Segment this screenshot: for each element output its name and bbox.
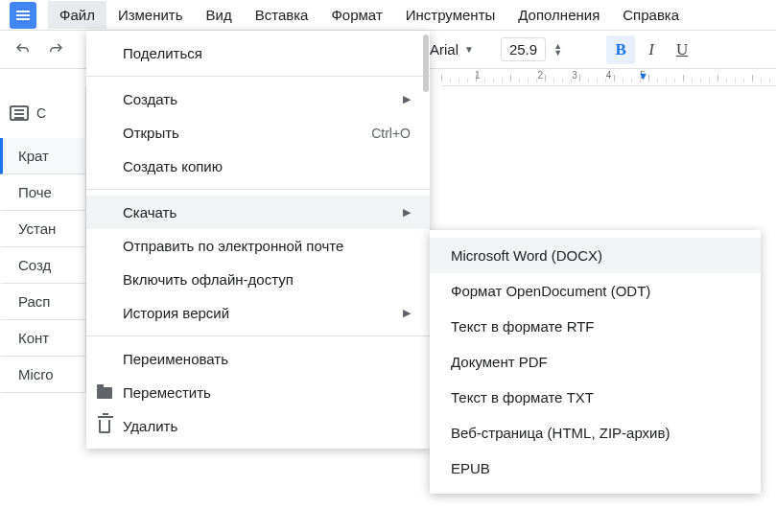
menu-move[interactable]: Переместить — [86, 376, 430, 409]
outline-icon — [10, 105, 29, 121]
download-pdf[interactable]: Документ PDF — [430, 344, 761, 380]
outline-panel: С Крат Поче Устан Созд Расп Конт Micro — [0, 86, 86, 393]
font-family-select[interactable]: Arial ▼ — [430, 41, 474, 58]
font-controls: Arial ▼ 25.9 ▲▼ B I U — [430, 35, 696, 64]
menu-share[interactable]: Поделиться — [86, 36, 430, 70]
outline-item[interactable]: Поче — [0, 174, 85, 211]
download-txt[interactable]: Текст в формате TXT — [430, 380, 761, 415]
undo-button[interactable] — [10, 36, 36, 63]
menu-create[interactable]: Создать ▶ — [86, 82, 430, 116]
menubar: Файл Изменить Вид Вставка Формат Инструм… — [48, 1, 691, 29]
menu-edit[interactable]: Изменить — [106, 1, 195, 29]
dropdown-caret-icon: ▼ — [464, 44, 474, 55]
menu-view[interactable]: Вид — [195, 1, 244, 29]
ruler[interactable]: 12345 ▼ — [441, 69, 776, 86]
outline-header-text: С — [36, 105, 46, 121]
menu-help[interactable]: Справка — [611, 1, 691, 29]
italic-button[interactable]: I — [637, 35, 666, 64]
shortcut-label: Ctrl+O — [371, 126, 411, 141]
menu-history[interactable]: История версий ▶ — [86, 296, 430, 330]
trash-icon — [96, 418, 113, 435]
download-epub[interactable]: EPUB — [430, 451, 761, 486]
format-group: B I U — [606, 35, 696, 64]
redo-button[interactable] — [42, 36, 69, 63]
docs-logo-icon[interactable] — [10, 2, 36, 29]
topbar: Файл Изменить Вид Вставка Формат Инструм… — [0, 0, 776, 31]
font-size-value[interactable]: 25.9 — [501, 37, 546, 61]
font-size-stepper[interactable]: ▲▼ — [553, 43, 562, 57]
menu-addons[interactable]: Дополнения — [506, 1, 611, 29]
menu-tools[interactable]: Инструменты — [394, 1, 507, 29]
menu-format[interactable]: Формат — [319, 1, 393, 29]
outline-item[interactable]: Крат — [0, 138, 85, 174]
font-family-label: Arial — [430, 41, 459, 58]
download-submenu: Microsoft Word (DOCX) Формат OpenDocumen… — [430, 230, 761, 494]
menu-offline[interactable]: Включить офлайн-доступ — [86, 263, 430, 296]
outline-header[interactable]: С — [0, 98, 85, 138]
underline-button[interactable]: U — [668, 35, 696, 64]
download-rtf[interactable]: Текст в формате RTF — [430, 309, 761, 344]
menu-rename[interactable]: Переименовать — [86, 342, 430, 376]
bold-button[interactable]: B — [606, 35, 635, 64]
download-odt[interactable]: Формат OpenDocument (ODT) — [430, 273, 761, 309]
menu-separator — [86, 335, 430, 336]
ruler-numbers: 12345 — [441, 70, 646, 81]
menu-make-copy[interactable]: Создать копию — [86, 150, 430, 183]
indent-marker-icon[interactable]: ▼ — [638, 70, 648, 81]
font-size-control[interactable]: 25.9 ▲▼ — [501, 37, 562, 61]
submenu-arrow-icon: ▶ — [403, 307, 411, 319]
menu-download[interactable]: Скачать ▶ — [86, 196, 430, 229]
submenu-arrow-icon: ▶ — [403, 206, 411, 219]
download-html[interactable]: Веб-страница (HTML, ZIP-архив) — [430, 415, 761, 451]
menu-email[interactable]: Отправить по электронной почте — [86, 229, 430, 263]
menu-separator — [86, 189, 430, 190]
menu-delete[interactable]: Удалить — [86, 409, 430, 443]
file-menu-dropdown: Поделиться Создать ▶ Открыть Ctrl+O Созд… — [86, 31, 430, 449]
menu-open[interactable]: Открыть Ctrl+O — [86, 116, 430, 150]
menu-separator — [86, 76, 430, 77]
menu-file[interactable]: Файл — [48, 1, 106, 29]
outline-item[interactable]: Созд — [0, 247, 85, 284]
outline-item[interactable]: Расп — [0, 284, 85, 320]
outline-item[interactable]: Устан — [0, 211, 85, 247]
submenu-arrow-icon: ▶ — [403, 93, 411, 105]
outline-item[interactable]: Конт — [0, 320, 85, 357]
outline-item[interactable]: Micro — [0, 357, 85, 393]
download-docx[interactable]: Microsoft Word (DOCX) — [430, 238, 761, 273]
menu-insert[interactable]: Вставка — [244, 1, 320, 29]
folder-icon — [96, 384, 113, 402]
